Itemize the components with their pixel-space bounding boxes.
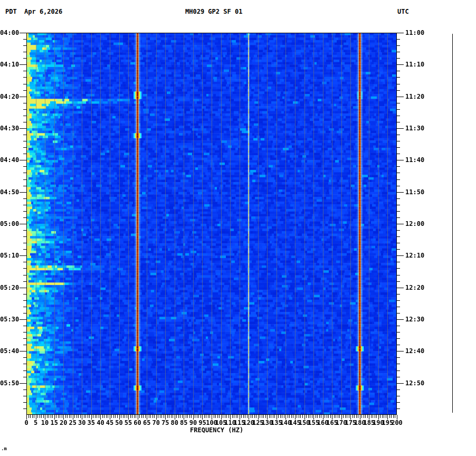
time-label-left: 04:50 — [0, 188, 19, 196]
time-label-left: 05:50 — [0, 379, 19, 387]
time-label-right: 11:10 — [405, 61, 424, 68]
time-label-right: 12:20 — [405, 284, 424, 291]
time-label-left: 04:40 — [0, 156, 19, 164]
time-label-right: 11:50 — [405, 188, 424, 196]
time-label-right: 11:40 — [405, 156, 424, 164]
time-label-right: 12:00 — [405, 220, 424, 227]
time-label-right: 11:30 — [405, 125, 424, 132]
time-label-right: 12:30 — [405, 316, 424, 323]
time-label-left: 05:20 — [0, 284, 19, 291]
time-label-left: 04:20 — [0, 93, 19, 100]
time-label-left: 05:30 — [0, 316, 19, 323]
time-label-left: 04:00 — [0, 29, 19, 36]
scale-reference-line — [452, 34, 453, 413]
corner-artifact: .m — [1, 446, 7, 451]
time-label-right: 12:10 — [405, 252, 424, 259]
freq-tick-label: 200 — [387, 419, 406, 426]
freq-axis-title: FREQUENCY (HZ) — [190, 426, 243, 434]
time-label-left: 05:10 — [0, 252, 19, 259]
time-label-left: 04:10 — [0, 61, 19, 68]
spectrogram-canvas — [26, 33, 397, 415]
time-label-right: 12:50 — [405, 379, 424, 387]
time-label-right: 12:40 — [405, 347, 424, 355]
time-label-left: 04:30 — [0, 125, 19, 132]
time-label-left: 05:00 — [0, 220, 19, 227]
time-label-right: 11:00 — [405, 29, 424, 36]
time-label-right: 11:20 — [405, 93, 424, 100]
time-label-left: 05:40 — [0, 347, 19, 355]
